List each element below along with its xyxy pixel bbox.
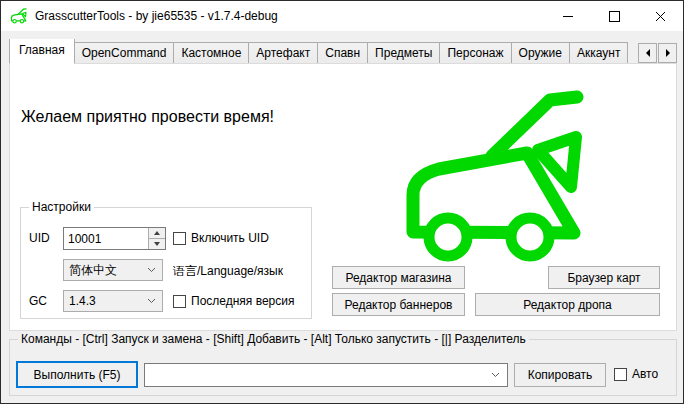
language-combobox[interactable]: 简体中文 [63,259,163,281]
uid-input[interactable] [64,228,148,249]
banner-editor-button[interactable]: Редактор баннеров [332,293,465,316]
latest-version-checkbox[interactable] [173,295,186,308]
tab-glavnaya[interactable]: Главная [9,39,75,64]
left-triangle-icon [646,49,650,57]
gc-version-combobox-value: 1.4.3 [69,294,96,308]
title-bar[interactable]: GrasscutterTools - by jie65535 - v1.7.4-… [1,1,683,31]
minimize-icon [563,16,573,17]
chevron-down-icon [491,372,500,378]
tab-opencommand[interactable]: OpenCommand [75,42,175,64]
auto-checkbox-label: Авто [632,367,658,381]
app-window: GrasscutterTools - by jie65535 - v1.7.4-… [0,0,684,404]
language-combobox-value: 简体中文 [69,262,117,279]
command-input[interactable] [145,368,491,382]
language-hint-label: 语言/Language/язык [173,263,283,280]
uid-spinner [148,228,165,249]
settings-groupbox: Настройки UID Включить UID 简体中文 语言/Langu… [20,207,312,319]
command-combobox[interactable] [144,363,508,387]
close-icon [655,11,666,22]
map-browser-button[interactable]: Браузер карт [548,266,660,289]
tab-personazh[interactable]: Персонаж [440,42,511,64]
tab-scroll-left-button[interactable] [638,43,657,63]
tabs-viewport: Главная OpenCommand Кастомное Артефакт С… [9,39,637,64]
gc-version-combobox[interactable]: 1.4.3 [63,290,163,312]
window-title: GrasscutterTools - by jie65535 - v1.7.4-… [35,9,278,23]
caption-buttons [545,1,683,31]
up-triangle-icon [154,231,160,235]
tab-strip: Главная OpenCommand Кастомное Артефакт С… [9,41,677,64]
gc-label: GC [29,294,47,308]
tab-scrollers [638,43,677,63]
latest-version-checkbox-row[interactable]: Последняя версия [173,294,294,308]
drop-editor-button[interactable]: Редактор дропа [475,293,660,316]
welcome-text: Желаем приятно провести время! [21,108,274,126]
enable-uid-checkbox-row[interactable]: Включить UID [173,231,269,245]
tab-oruzhie[interactable]: Оружие [512,42,570,64]
settings-group-label: Настройки [29,200,94,214]
run-command-button[interactable]: Выполнить (F5) [16,361,138,388]
maximize-icon [609,11,620,22]
tab-spavn[interactable]: Спавн [318,42,368,64]
minimize-button[interactable] [545,1,591,31]
right-triangle-icon [666,49,670,57]
tab-artefakt[interactable]: Артефакт [249,42,318,64]
main-tab-page: Желаем приятно провести время! Настройки… [9,63,677,331]
uid-spin-down-button[interactable] [149,239,165,249]
maximize-button[interactable] [591,1,637,31]
tab-akkaunt[interactable]: Аккаунт [570,42,628,64]
tab-kastomnoe[interactable]: Кастомное [174,42,249,64]
copy-command-button[interactable]: Копировать [514,363,606,387]
grasscutter-car-logo [395,88,600,268]
enable-uid-checkbox-label: Включить UID [191,231,269,245]
close-button[interactable] [637,1,683,31]
shop-editor-button[interactable]: Редактор магазина [332,266,465,289]
latest-version-checkbox-label: Последняя версия [191,294,294,308]
auto-checkbox[interactable] [614,368,627,381]
app-car-icon [9,8,29,24]
chevron-down-icon [147,267,156,273]
chevron-down-icon [147,298,156,304]
commands-group-label: Команды - [Ctrl] Запуск и замена - [Shif… [18,332,529,346]
down-triangle-icon [154,242,160,246]
commands-groupbox: Команды - [Ctrl] Запуск и замена - [Shif… [9,339,677,396]
enable-uid-checkbox[interactable] [173,232,186,245]
tab-scroll-right-button[interactable] [658,43,677,63]
uid-stepper [63,227,166,250]
tab-predmety[interactable]: Предметы [368,42,440,64]
uid-label: UID [29,231,50,245]
uid-spin-up-button[interactable] [149,228,165,239]
auto-checkbox-row[interactable]: Авто [614,367,658,381]
